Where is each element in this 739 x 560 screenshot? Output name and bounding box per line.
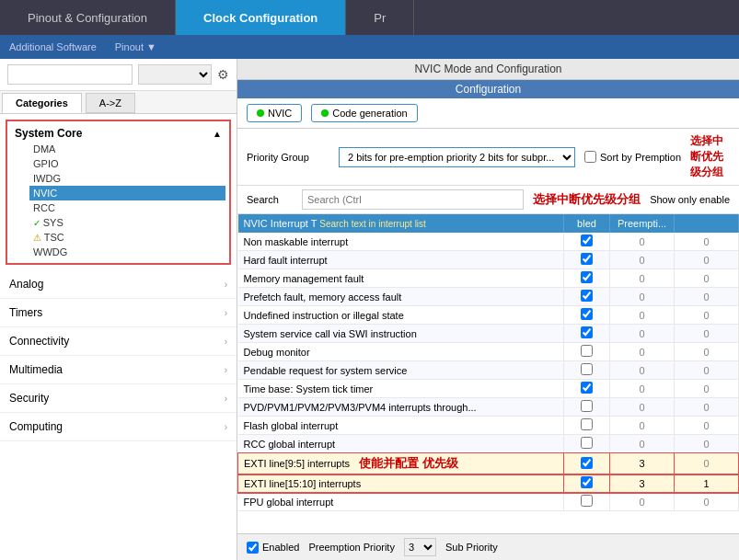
interrupt-name: Flash global interrupt: [238, 417, 564, 435]
sidebar-item-sys[interactable]: SYS: [29, 215, 225, 230]
interrupt-enabled[interactable]: [564, 398, 610, 417]
sidebar-item-timers[interactable]: Timers ›: [0, 299, 237, 327]
sidebar-item-dma[interactable]: DMA: [29, 142, 225, 156]
interrupt-sub: 0: [675, 380, 739, 398]
chevron-right-icon: ›: [225, 308, 227, 318]
interrupt-enabled[interactable]: [564, 493, 610, 511]
sidebar-item-iwdg[interactable]: IWDG: [29, 171, 225, 186]
tab-az[interactable]: A->Z: [86, 93, 135, 113]
chevron-right-icon: ›: [225, 337, 227, 347]
priority-group-row: Priority Group 2 bits for pre-emption pr…: [237, 129, 739, 186]
table-row: Undefined instruction or illegal state00: [238, 306, 739, 325]
interrupt-sub: 0: [675, 435, 739, 453]
footer-preemption-select[interactable]: 3: [404, 538, 436, 556]
enabled-checkbox[interactable]: [581, 437, 593, 449]
interrupt-name: Hard fault interrupt: [238, 251, 564, 269]
interrupt-enabled[interactable]: [564, 474, 610, 493]
search-input[interactable]: [7, 64, 133, 85]
tab-pr[interactable]: Pr: [346, 0, 414, 35]
interrupt-table-wrapper: NVIC Interrupt T Search text in interrup…: [237, 214, 739, 533]
table-row: PVD/PVM1/PVM2/PVM3/PVM4 interrupts throu…: [238, 398, 739, 417]
interrupt-enabled[interactable]: [564, 417, 610, 435]
sidebar-item-rcc[interactable]: RCC: [29, 200, 225, 215]
interrupt-preempt: 0: [610, 269, 675, 288]
tab-pinout[interactable]: Pinout & Configuration: [0, 0, 176, 35]
gear-icon[interactable]: ⚙: [217, 67, 229, 82]
table-row: Non maskable interrupt00: [238, 233, 739, 251]
nvic-tab[interactable]: NVIC: [247, 104, 302, 122]
table-row: Hard fault interrupt00: [238, 251, 739, 269]
sidebar-item-gpio[interactable]: GPIO: [29, 156, 225, 171]
interrupt-sub: 0: [675, 453, 739, 474]
interrupt-name: PVD/PVM1/PVM2/PVM3/PVM4 interrupts throu…: [238, 398, 564, 417]
interrupt-name: Pendable request for system service: [238, 361, 564, 380]
enabled-checkbox[interactable]: [581, 253, 593, 265]
enabled-checkbox[interactable]: [581, 271, 593, 283]
interrupt-preempt: 0: [610, 398, 675, 417]
table-row: RCC global interrupt00: [238, 435, 739, 453]
interrupt-enabled[interactable]: [564, 380, 610, 398]
enabled-checkbox[interactable]: [581, 400, 593, 412]
interrupt-enabled[interactable]: [564, 453, 610, 474]
sidebar-item-security[interactable]: Security ›: [0, 384, 237, 413]
sidebar-item-connectivity[interactable]: Connectivity ›: [0, 327, 237, 356]
chinese-enable-hint: 使能并配置 优先级: [359, 456, 458, 470]
enabled-checkbox[interactable]: [581, 326, 593, 338]
enabled-checkbox[interactable]: [581, 363, 593, 375]
interrupt-preempt: 0: [610, 361, 675, 380]
interrupt-name: Undefined instruction or illegal state: [238, 306, 564, 325]
interrupt-enabled[interactable]: [564, 435, 610, 453]
enabled-checkbox[interactable]: [581, 308, 593, 320]
interrupt-enabled[interactable]: [564, 306, 610, 325]
table-row: EXTI line[15:10] interrupts31: [238, 474, 739, 493]
interrupt-sub: 0: [675, 361, 739, 380]
enabled-checkbox[interactable]: [581, 290, 593, 302]
interrupt-enabled[interactable]: [564, 361, 610, 380]
sidebar: ⚙ Categories A->Z System Core ▲ DMA GPIO…: [0, 59, 237, 560]
interrupt-enabled[interactable]: [564, 288, 610, 306]
sub-pinout[interactable]: Pinout: [115, 41, 156, 52]
tab-clock[interactable]: Clock Configuration: [176, 0, 346, 35]
interrupt-name: Memory management fault: [238, 269, 564, 288]
sidebar-item-analog[interactable]: Analog ›: [0, 270, 237, 299]
footer-enabled-checkbox[interactable]: [247, 542, 259, 554]
sort-checkbox[interactable]: [584, 151, 596, 163]
sub-additional-software[interactable]: Additional Software: [9, 41, 97, 52]
interrupt-preempt: 0: [610, 493, 675, 511]
interrupt-enabled[interactable]: [564, 269, 610, 288]
codegen-tab[interactable]: Code generation: [311, 104, 417, 122]
sort-label: Sort by Premption: [584, 151, 681, 163]
sidebar-item-tsc[interactable]: TSC: [29, 230, 225, 245]
sidebar-item-computing[interactable]: Computing ›: [0, 413, 237, 441]
enabled-checkbox[interactable]: [581, 382, 593, 394]
sidebar-item-nvic[interactable]: NVIC: [29, 186, 225, 200]
enabled-checkbox[interactable]: [581, 457, 593, 469]
interrupt-tbody: Non maskable interrupt00Hard fault inter…: [238, 233, 739, 511]
enabled-checkbox[interactable]: [581, 234, 593, 246]
priority-group-select[interactable]: 2 bits for pre-emption priority 2 bits f…: [339, 147, 575, 167]
tab-categories[interactable]: Categories: [2, 93, 82, 113]
search-interrupt-input[interactable]: [302, 189, 524, 210]
interrupt-name: EXTI line[15:10] interrupts: [238, 474, 564, 493]
enabled-checkbox[interactable]: [581, 345, 593, 357]
header-bar: Pinout & Configuration Clock Configurati…: [0, 0, 739, 35]
sidebar-item-multimedia[interactable]: Multimedia ›: [0, 356, 237, 384]
system-core-title[interactable]: System Core ▲: [11, 125, 225, 142]
enabled-checkbox[interactable]: [581, 495, 593, 507]
show-only-label: Show only enable: [650, 194, 730, 205]
interrupt-enabled[interactable]: [564, 233, 610, 251]
interrupt-enabled[interactable]: [564, 251, 610, 269]
sidebar-item-wwdg[interactable]: WWDG: [29, 245, 225, 259]
search-dropdown[interactable]: [138, 64, 212, 85]
search-row: Search 选择中断优先级分组 Show only enable: [237, 186, 739, 214]
enabled-checkbox[interactable]: [581, 418, 593, 430]
nvic-dot-icon: [257, 109, 264, 117]
enabled-checkbox[interactable]: [581, 476, 593, 488]
table-row: EXTI line[9:5] interrupts使能并配置 优先级30: [238, 453, 739, 474]
interrupt-name: Time base: System tick timer: [238, 380, 564, 398]
col-header-preempt: Preempti...: [610, 214, 675, 233]
col-header-sub: [675, 214, 739, 233]
interrupt-enabled[interactable]: [564, 325, 610, 343]
interrupt-enabled[interactable]: [564, 343, 610, 361]
interrupt-preempt: 0: [610, 380, 675, 398]
